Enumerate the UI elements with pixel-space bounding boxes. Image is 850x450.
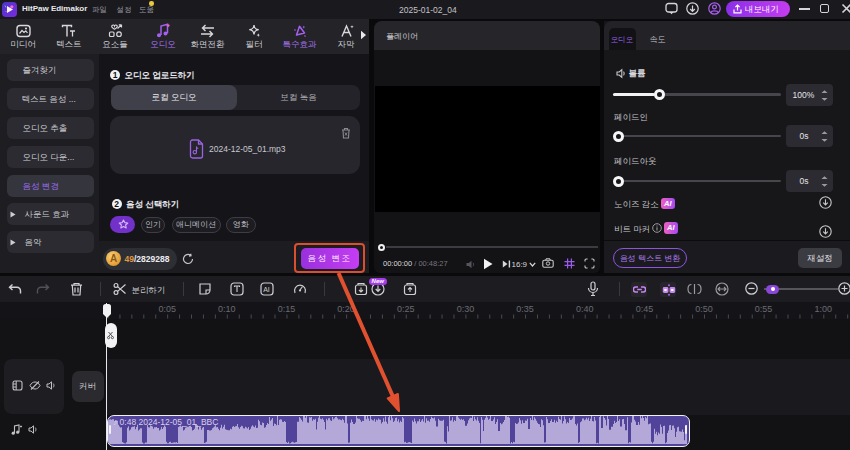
svg-text:0:45: 0:45 [636, 304, 654, 314]
svg-text:0:05: 0:05 [158, 304, 176, 314]
svg-text:0:50: 0:50 [695, 304, 713, 314]
svg-text:0:30: 0:30 [457, 304, 475, 314]
svg-text:0:15: 0:15 [278, 304, 296, 314]
svg-text:0:20: 0:20 [337, 304, 355, 314]
svg-text:AI: AI [263, 286, 270, 293]
svg-text:0:35: 0:35 [516, 304, 534, 314]
svg-text:0:40: 0:40 [576, 304, 594, 314]
svg-text:1:00: 1:00 [815, 304, 833, 314]
svg-text:0:55: 0:55 [755, 304, 773, 314]
svg-text:0:25: 0:25 [397, 304, 415, 314]
svg-text:0:10: 0:10 [218, 304, 236, 314]
